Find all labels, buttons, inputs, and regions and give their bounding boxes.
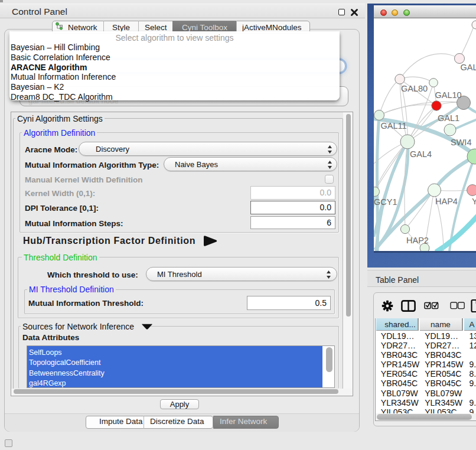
- svg-text:HAP4: HAP4: [435, 197, 458, 206]
- svg-text:GAL1: GAL1: [438, 113, 459, 123]
- svg-text:GCY1: GCY1: [374, 197, 397, 207]
- svg-text:GAL7: GAL7: [461, 63, 476, 72]
- svg-text:SWI4: SWI4: [451, 138, 471, 147]
- svg-text:GAL4: GAL4: [410, 149, 432, 159]
- svg-text:Y: Y: [472, 197, 476, 206]
- svg-text:GAL11: GAL11: [381, 121, 407, 131]
- svg-text:HAP2: HAP2: [406, 236, 429, 245]
- svg-text:GAL80: GAL80: [401, 84, 428, 93]
- svg-text:GAL10: GAL10: [435, 90, 462, 100]
